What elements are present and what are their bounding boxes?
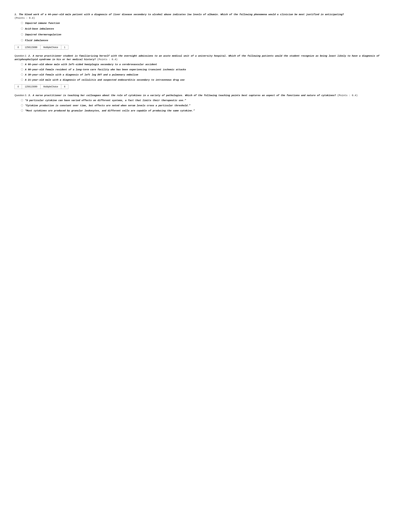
q3-radio-1[interactable] — [21, 99, 23, 101]
q2-table-col2: 1258115089 — [22, 85, 40, 89]
question-1: 1. The blood work of a 44-year-old male … — [15, 13, 396, 49]
q2-radio-4[interactable] — [21, 79, 23, 81]
question-2-body: A nurse practitioner student is familiar… — [15, 55, 379, 61]
question-1-options: Impaired immune function Acid-base imbal… — [21, 22, 396, 42]
q1-radio-4[interactable] — [21, 39, 23, 41]
question-3-text: Question 3. 3. A nurse practitioner is t… — [15, 94, 396, 97]
question-2-options: A 66-year-old obese male with left-sided… — [21, 63, 396, 82]
q3-option-2: “Cytokine production is constant over ti… — [21, 104, 396, 107]
question-3-options: “A particular cytokine can have varied e… — [21, 99, 396, 113]
q2-table-col3: MultipleChoice — [40, 85, 61, 89]
q3-option-1-text: “A particular cytokine can have varied e… — [25, 99, 186, 102]
q1-option-1: Impaired immune function — [21, 22, 396, 25]
q2-option-1-text: A 66-year-old obese male with left-sided… — [25, 63, 157, 66]
q1-option-3: Impaired thermoregulation — [21, 33, 396, 37]
question-1-text: 1. The blood work of a 44-year-old male … — [15, 13, 396, 20]
question-3-body: A nurse practitioner is teaching her col… — [33, 94, 336, 97]
question-1-body: The blood work of a 44-year-old male pat… — [19, 13, 344, 16]
question-1-table: 0 1258115088 MultipleChoice 1 — [15, 45, 68, 49]
question-1-number: 1. — [15, 13, 17, 16]
question-1-points: (Points : 0.4) — [15, 17, 35, 19]
q2-radio-2[interactable] — [21, 68, 23, 70]
q1-radio-3[interactable] — [21, 33, 23, 36]
question-2: Question 2. 2. A nurse practitioner stud… — [15, 54, 396, 89]
q2-option-4-text: A 21-year-old male with a diagnosis of c… — [25, 78, 185, 82]
q3-radio-2[interactable] — [21, 104, 23, 106]
question-2-points: (Points : 0.4) — [97, 58, 118, 61]
question-2-text: Question 2. 2. A nurse practitioner stud… — [15, 54, 396, 61]
q1-option-4: Fluid imbalances — [21, 39, 396, 42]
question-3-label: Question 3. — [15, 94, 27, 96]
question-2-label: Question 2. — [15, 54, 27, 57]
q2-radio-1[interactable] — [21, 63, 23, 65]
q3-radio-3[interactable] — [21, 109, 23, 112]
question-3-points: (Points : 0.4) — [337, 94, 358, 97]
q1-table-col2: 1258115088 — [22, 45, 40, 49]
q1-radio-2[interactable] — [21, 28, 23, 30]
q2-option-3-text: A 30-year-old female with a diagnosis of… — [25, 73, 138, 77]
q2-table-col1: 0 — [15, 85, 22, 89]
q1-option-2-text: Acid-base imbalances — [25, 27, 54, 31]
q3-option-3: “Most cytokines are produced by granular… — [21, 109, 396, 113]
q1-table-col4: 1 — [61, 45, 68, 49]
q2-option-2: A 90-year-old female resident of a long-… — [21, 68, 396, 72]
q3-option-2-text: “Cytokine production is constant over ti… — [25, 104, 190, 107]
q2-option-1: A 66-year-old obese male with left-sided… — [21, 63, 396, 66]
q1-option-1-text: Impaired immune function — [25, 22, 60, 25]
q2-table-col4: 6 — [61, 85, 68, 89]
q2-option-3: A 30-year-old female with a diagnosis of… — [21, 73, 396, 77]
question-3-number: 3. — [28, 94, 31, 97]
q1-table-col1: 0 — [15, 45, 22, 49]
q1-option-2: Acid-base imbalances — [21, 27, 396, 31]
question-2-number: 2. — [28, 55, 31, 57]
q1-table-col3: MultipleChoice — [40, 45, 61, 49]
q1-option-3-text: Impaired thermoregulation — [25, 33, 61, 37]
q2-option-4: A 21-year-old male with a diagnosis of c… — [21, 78, 396, 82]
q3-option-3-text: “Most cytokines are produced by granular… — [25, 109, 195, 113]
q1-option-4-text: Fluid imbalances — [25, 39, 48, 42]
q3-option-1: “A particular cytokine can have varied e… — [21, 99, 396, 102]
q2-option-2-text: A 90-year-old female resident of a long-… — [25, 68, 186, 72]
question-3: Question 3. 3. A nurse practitioner is t… — [15, 94, 396, 113]
q2-radio-3[interactable] — [21, 74, 23, 76]
question-2-table: 0 1258115089 MultipleChoice 6 — [15, 84, 68, 89]
q1-radio-1[interactable] — [21, 22, 23, 24]
